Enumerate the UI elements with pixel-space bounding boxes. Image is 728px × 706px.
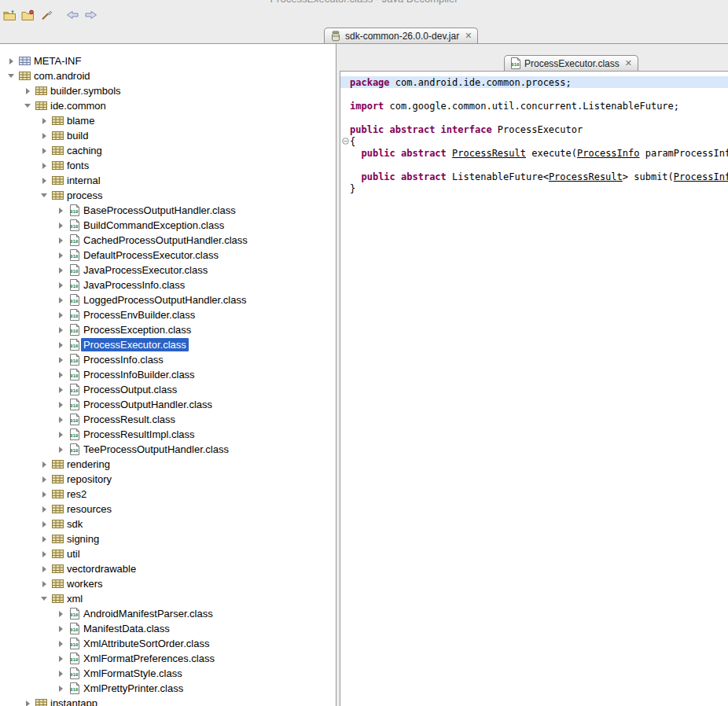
type-link[interactable]: ProcessResult xyxy=(549,171,623,182)
expand-arrow-icon[interactable] xyxy=(54,372,67,378)
tree-item[interactable]: 010ProcessOutputHandler.class xyxy=(0,397,336,412)
tree-item-label[interactable]: ProcessResult.class xyxy=(81,413,178,426)
tree-item[interactable]: 010ProcessResultImpl.class xyxy=(0,427,336,442)
expand-arrow-icon[interactable] xyxy=(21,88,34,94)
expand-arrow-icon[interactable] xyxy=(38,566,50,572)
tree-item-label[interactable]: xml xyxy=(64,592,85,605)
tree-item-label[interactable]: TeeProcessOutputHandler.class xyxy=(81,443,231,456)
tree-item[interactable]: 010XmlFormatPreferences.class xyxy=(0,651,336,666)
tree-item[interactable]: 010ProcessEnvBuilder.class xyxy=(0,307,336,322)
tree-item[interactable]: signing xyxy=(0,531,336,546)
expand-arrow-icon[interactable] xyxy=(38,163,50,169)
expand-arrow-icon[interactable] xyxy=(54,357,67,363)
tree-item-label[interactable]: ProcessOutput.class xyxy=(81,383,179,396)
tree-item[interactable]: vectordrawable xyxy=(0,561,336,576)
tree-item[interactable]: workers xyxy=(0,576,336,591)
search-button[interactable] xyxy=(38,8,54,24)
tree-item-label[interactable]: LoggedProcessOutputHandler.class xyxy=(81,293,248,307)
expand-arrow-icon[interactable] xyxy=(54,267,67,274)
tab-jar[interactable]: sdk-common-26.0.0-dev.jar ✕ xyxy=(324,28,478,43)
tree-item[interactable]: fonts xyxy=(0,158,336,173)
type-link[interactable]: ProcessInfo xyxy=(674,171,728,182)
expand-arrow-icon[interactable] xyxy=(54,312,67,318)
tree-item-label[interactable]: BaseProcessOutputHandler.class xyxy=(81,204,238,217)
tree-item[interactable]: 010ProcessResult.class xyxy=(0,412,336,427)
expand-arrow-icon[interactable] xyxy=(38,178,50,184)
expand-arrow-icon[interactable] xyxy=(38,491,50,498)
expand-arrow-icon[interactable] xyxy=(54,252,67,259)
tree-item-label[interactable]: caching xyxy=(64,144,105,157)
tree-item-label[interactable]: build xyxy=(64,129,90,142)
expand-arrow-icon[interactable] xyxy=(38,476,50,483)
back-button[interactable] xyxy=(64,8,81,24)
tree-item[interactable]: 010XmlFormatStyle.class xyxy=(0,666,336,681)
tree-item[interactable]: internal xyxy=(0,173,336,188)
tree-item[interactable]: 010ManifestData.class xyxy=(0,621,336,636)
tree-item-label[interactable]: internal xyxy=(64,174,103,187)
expand-arrow-icon[interactable] xyxy=(38,118,50,124)
tree-item[interactable]: 010ProcessInfo.class xyxy=(0,352,336,367)
expand-arrow-icon[interactable] xyxy=(54,297,67,303)
tree-item[interactable]: sdk xyxy=(0,517,336,531)
close-icon[interactable]: ✕ xyxy=(465,31,472,40)
tree-item[interactable]: instantapp xyxy=(0,696,336,706)
expand-arrow-icon[interactable] xyxy=(54,342,67,348)
code-editor[interactable]: package com.android.ide.common.process; … xyxy=(340,71,728,706)
expand-arrow-icon[interactable] xyxy=(38,551,50,557)
tree-item-label[interactable]: META-INF xyxy=(31,54,83,68)
open-type-button[interactable] xyxy=(20,8,36,24)
tree-item-label[interactable]: JavaProcessExecutor.class xyxy=(81,263,210,277)
tree-item[interactable]: 010JavaProcessInfo.class xyxy=(0,278,336,292)
type-link[interactable]: ProcessInfo xyxy=(577,148,639,159)
tree-item-label[interactable]: instantapp xyxy=(48,697,100,706)
tree-item-label[interactable]: ProcessEnvBuilder.class xyxy=(81,308,197,322)
tree-item[interactable]: 010JavaProcessExecutor.class xyxy=(0,263,336,278)
tree-item-label[interactable]: resources xyxy=(64,502,114,516)
expand-arrow-icon[interactable] xyxy=(54,237,67,244)
expand-arrow-icon[interactable] xyxy=(38,461,50,468)
tree-item-label[interactable]: ProcessInfo.class xyxy=(81,353,166,366)
tree-item-label[interactable]: util xyxy=(64,547,83,561)
expand-arrow-icon[interactable] xyxy=(38,521,50,528)
expand-arrow-icon[interactable] xyxy=(54,641,67,647)
tree-item-label[interactable]: XmlFormatStyle.class xyxy=(81,667,185,680)
collapse-arrow-icon[interactable] xyxy=(5,74,17,78)
tree-item-label[interactable]: blame xyxy=(64,114,97,127)
expand-arrow-icon[interactable] xyxy=(54,447,67,453)
tree-item-label[interactable]: repository xyxy=(64,473,114,486)
tree-item-label[interactable]: ProcessInfoBuilder.class xyxy=(81,368,197,381)
tree-item[interactable]: 010BaseProcessOutputHandler.class xyxy=(0,203,336,218)
fold-marker-icon[interactable] xyxy=(340,138,350,145)
tree-item-label[interactable]: workers xyxy=(64,577,105,590)
tree-item-label[interactable]: rendering xyxy=(64,458,112,471)
expand-arrow-icon[interactable] xyxy=(21,700,34,706)
tree-item-label[interactable]: ProcessExecutor.class xyxy=(81,338,189,351)
tree-item-label[interactable]: XmlFormatPreferences.class xyxy=(81,652,217,665)
tree-item-label[interactable]: ManifestData.class xyxy=(81,622,172,635)
expand-arrow-icon[interactable] xyxy=(54,686,67,692)
tree-item[interactable]: 010TeeProcessOutputHandler.class xyxy=(0,442,336,457)
expand-arrow-icon[interactable] xyxy=(54,282,67,289)
collapse-arrow-icon[interactable] xyxy=(38,597,50,601)
tree-item-label[interactable]: ProcessException.class xyxy=(81,323,193,336)
collapse-arrow-icon[interactable] xyxy=(21,104,34,108)
expand-arrow-icon[interactable] xyxy=(54,387,67,393)
tree-item[interactable]: res2 xyxy=(0,487,336,502)
expand-arrow-icon[interactable] xyxy=(54,671,67,677)
expand-arrow-icon[interactable] xyxy=(54,656,67,662)
expand-arrow-icon[interactable] xyxy=(38,133,50,139)
collapse-arrow-icon[interactable] xyxy=(38,193,50,197)
tree-item-label[interactable]: res2 xyxy=(64,487,89,501)
expand-arrow-icon[interactable] xyxy=(54,327,67,333)
tree-item-label[interactable]: sdk xyxy=(64,517,85,531)
expand-arrow-icon[interactable] xyxy=(38,506,50,513)
tree-item[interactable]: ide.common xyxy=(0,98,336,113)
tree-item-label[interactable]: DefaultProcessExecutor.class xyxy=(81,248,221,262)
tree-item[interactable]: blame xyxy=(0,113,336,128)
tree-item[interactable]: repository xyxy=(0,472,336,487)
expand-arrow-icon[interactable] xyxy=(54,208,67,214)
expand-arrow-icon[interactable] xyxy=(54,626,67,632)
tree-item[interactable]: xml xyxy=(0,591,336,606)
type-link[interactable]: ProcessResult xyxy=(452,148,526,159)
tree-item-label[interactable]: XmlPrettyPrinter.class xyxy=(81,682,186,695)
